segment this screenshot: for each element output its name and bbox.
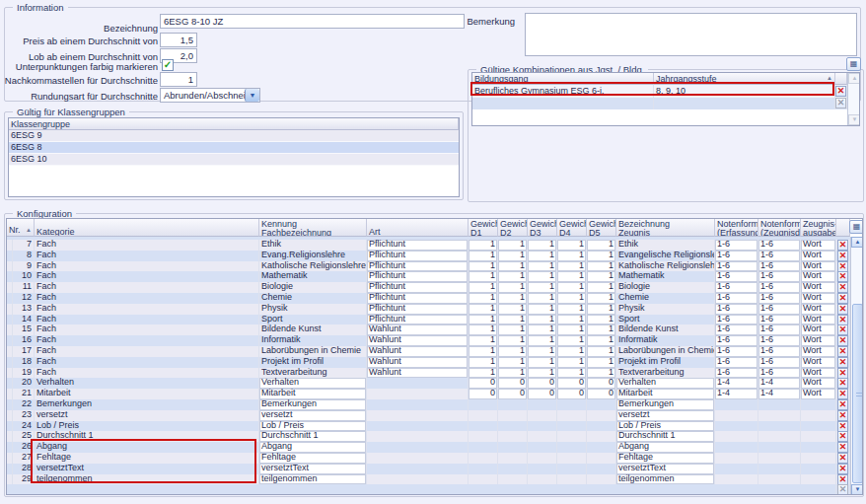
cell-notenformat-zeugnisdruck[interactable] [758, 453, 801, 464]
delete-row-button[interactable]: ✕ [837, 357, 848, 368]
cell-gewicht-d4[interactable]: 1 [557, 346, 587, 357]
cell-art[interactable]: Wahlunt [367, 368, 469, 379]
delete-row-button[interactable]: ✕ [837, 442, 848, 453]
cell-gewicht-d1[interactable] [469, 453, 498, 464]
cell-kennung[interactable]: Mathematik [259, 271, 367, 282]
cell-kategorie[interactable]: Fach [35, 324, 259, 335]
cell-art[interactable] [367, 421, 469, 432]
cell-gewicht-d4[interactable]: 1 [557, 335, 587, 346]
cell-gewicht-d3[interactable] [528, 453, 557, 464]
konfiguration-row[interactable]: 9FachKatholische ReligionslehrePflichtun… [7, 261, 862, 272]
cell-gewicht-d4[interactable]: 1 [557, 261, 587, 272]
cell-gewicht-d3[interactable] [528, 421, 557, 432]
cell-gewicht-d2[interactable]: 0 [498, 389, 528, 399]
cell-notenformat-erfassung[interactable]: 1-6 [715, 251, 758, 261]
sort-ascending-icon[interactable]: ▲ [26, 226, 32, 235]
cell-bezeichnung-zeugnis[interactable]: Informatik [616, 335, 715, 346]
cell-zeugnisausgabe[interactable]: Wort [801, 240, 836, 251]
rundungsart-combobox[interactable]: Abrunden/Abschneiden ▼ [160, 88, 260, 103]
cell-kennung[interactable]: Verhalten [259, 378, 367, 389]
konfiguration-row[interactable]: 10FachMathematikPflichtunt11111Mathemati… [7, 271, 862, 282]
cell-gewicht-d2[interactable]: 1 [498, 368, 528, 379]
cell-gewicht-d3[interactable]: 1 [528, 335, 557, 346]
cell-kategorie[interactable]: Abgang [35, 442, 259, 453]
cell-gewicht-d4[interactable]: 1 [557, 293, 587, 304]
sort-ascending-icon[interactable]: ▲ [827, 74, 832, 83]
konfiguration-row[interactable]: 15FachBildende KunstWahlunt11111Bildende… [7, 324, 862, 335]
cell-gewicht-d2[interactable] [498, 421, 528, 432]
cell-nr[interactable]: 24 [13, 421, 35, 432]
column-header-nf_druck[interactable]: Notenformat (Zeugnisdruck) [758, 219, 801, 237]
cell-art[interactable] [367, 399, 469, 410]
cell-bezeichnung-zeugnis[interactable]: Laborübungen in Chemie [616, 346, 715, 357]
cell-bezeichnung-zeugnis[interactable]: teilgenommen [616, 474, 715, 485]
cell-nr[interactable]: 15 [13, 324, 35, 335]
cell-art[interactable]: Pflichtunt [367, 240, 469, 251]
cell-nr[interactable]: 14 [13, 315, 35, 325]
cell-kennung[interactable]: Katholische Religionslehre [259, 261, 367, 272]
cell-gewicht-d3[interactable]: 1 [528, 315, 557, 325]
cell-art[interactable] [367, 442, 469, 453]
cell-nr[interactable]: 12 [13, 293, 35, 304]
cell-notenformat-erfassung[interactable]: 1-6 [715, 335, 758, 346]
cell-gewicht-d3[interactable]: 1 [528, 293, 557, 304]
cell-gewicht-d3[interactable]: 1 [528, 357, 557, 368]
scroll-up-icon[interactable]: ▲ [848, 73, 860, 84]
cell-gewicht-d4[interactable] [557, 464, 587, 474]
cell-gewicht-d1[interactable] [469, 421, 498, 432]
cell-gewicht-d1[interactable]: 1 [469, 346, 498, 357]
column-header-d1[interactable]: Gewicht D1 [469, 219, 498, 237]
delete-row-button[interactable]: ✕ [837, 399, 848, 410]
cell-kennung[interactable]: Informatik [259, 335, 367, 346]
bemerkung-textarea[interactable] [525, 13, 857, 56]
cell-gewicht-d2[interactable]: 1 [498, 261, 528, 272]
konfiguration-row[interactable]: 27FehltageFehltageFehltage✕ [7, 453, 862, 464]
cell-gewicht-d5[interactable]: 1 [587, 271, 616, 282]
cell-nr[interactable]: 23 [13, 410, 35, 421]
cell-art[interactable] [367, 453, 469, 464]
konfiguration-row[interactable]: 19FachTextverarbeitungWahlunt11111Textve… [7, 368, 862, 379]
konfiguration-row[interactable]: 16FachInformatikWahlunt11111Informatik1-… [7, 335, 862, 346]
cell-bezeichnung-zeugnis[interactable]: versetztText [616, 464, 715, 474]
cell-zeugnisausgabe[interactable] [801, 410, 836, 421]
konfiguration-row[interactable]: 17FachLaborübungen in ChemieWahlunt11111… [7, 346, 862, 357]
cell-gewicht-d4[interactable]: 1 [557, 304, 587, 315]
konfiguration-row[interactable]: 22BemerkungenBemerkungenBemerkungen✕ [7, 399, 862, 410]
cell-gewicht-d4[interactable]: 1 [557, 271, 587, 282]
cell-gewicht-d4[interactable]: 0 [557, 389, 587, 399]
column-header-ausgabe[interactable]: Zeugnis- ausgabe [801, 219, 836, 237]
cell-notenformat-zeugnisdruck[interactable]: 1-6 [758, 304, 801, 315]
column-header-d2[interactable]: Gewicht D2 [498, 219, 528, 237]
cell-notenformat-erfassung[interactable] [715, 410, 758, 421]
cell-gewicht-d1[interactable]: 0 [469, 378, 498, 389]
cell-gewicht-d1[interactable] [469, 474, 498, 485]
konfiguration-row[interactable]: 13FachPhysikPflichtunt11111Physik1-61-6W… [7, 304, 862, 315]
konfiguration-row[interactable]: 24Lob / PreisLob / PreisLob / Preis✕ [7, 421, 862, 432]
cell-zeugnisausgabe[interactable] [801, 421, 836, 432]
cell-kennung[interactable]: Projekt im Profil [259, 357, 367, 368]
column-header-jahrgangsstufe[interactable]: Jahrgangsstufe▲ [654, 73, 835, 85]
konfiguration-row[interactable]: 25Durchschnitt 1Durchschnitt 1Durchschni… [7, 431, 862, 442]
cell-gewicht-d5[interactable]: 0 [587, 378, 616, 389]
cell-gewicht-d2[interactable]: 1 [498, 346, 528, 357]
unterpunktungen-checkbox[interactable]: ✓ [162, 59, 174, 71]
cell-gewicht-d5[interactable]: 1 [587, 357, 616, 368]
cell-bezeichnung-zeugnis[interactable]: Abgang [616, 442, 715, 453]
cell-bezeichnung-zeugnis[interactable]: Bemerkungen [616, 399, 715, 410]
cell-kategorie[interactable]: Fach [35, 357, 259, 368]
delete-row-button[interactable]: ✕ [837, 251, 848, 261]
cell-notenformat-zeugnisdruck[interactable]: 1-6 [758, 357, 801, 368]
cell-kategorie[interactable]: Fach [35, 251, 259, 261]
cell-notenformat-erfassung[interactable]: 1-6 [715, 240, 758, 251]
cell-kategorie[interactable]: Fach [35, 346, 259, 357]
cell-nr[interactable]: 22 [13, 399, 35, 410]
delete-row-button[interactable]: ✕ [837, 421, 848, 432]
cell-gewicht-d3[interactable]: 1 [528, 271, 557, 282]
cell-gewicht-d4[interactable]: 1 [557, 368, 587, 379]
cell-gewicht-d5[interactable] [587, 431, 616, 442]
cell-kategorie[interactable]: Fach [35, 282, 259, 293]
cell-kennung[interactable]: Lob / Preis [259, 421, 367, 432]
cell-nr[interactable]: 28 [13, 464, 35, 474]
cell-gewicht-d5[interactable]: 1 [587, 335, 616, 346]
column-header-bez[interactable]: Bezeichnung Zeugnis [616, 219, 715, 237]
